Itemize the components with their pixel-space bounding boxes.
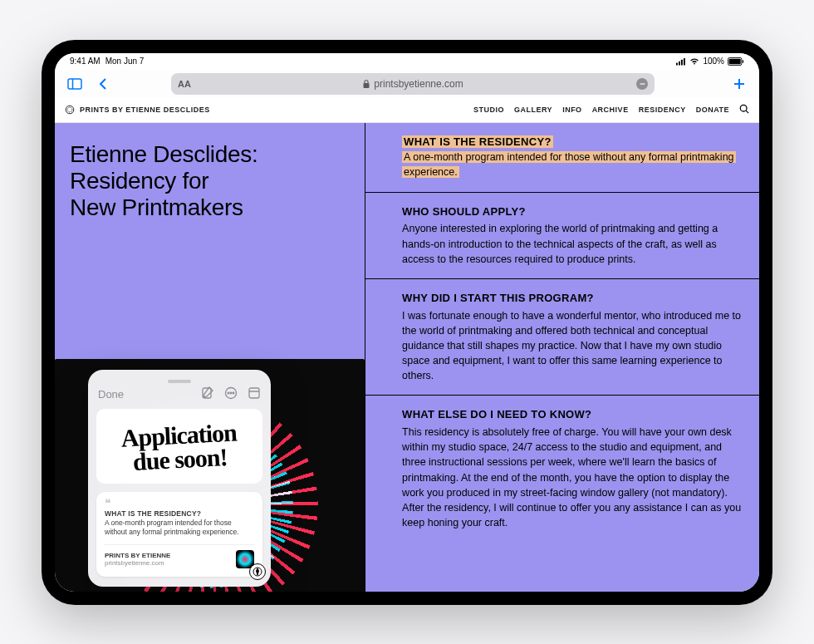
faq-item: WHAT IS THE RESIDENCY? A one-month progr…: [365, 123, 759, 193]
svg-rect-6: [743, 60, 743, 63]
svg-rect-21: [249, 388, 259, 398]
ipad-screen: 9:41 AM Mon Jun 7 100% AA: [55, 53, 759, 592]
faq-question: WHO SHOULD APPLY?: [402, 204, 746, 220]
wifi-icon: [689, 57, 699, 66]
svg-line-15: [746, 111, 748, 113]
brand-name: PRINTS BY ETIENNE DESCLIDES: [80, 106, 210, 114]
battery-percentage: 100%: [703, 57, 724, 66]
faq-answer: This residency is absolutely free of cha…: [402, 425, 746, 530]
status-bar: 9:41 AM Mon Jun 7 100%: [55, 53, 759, 70]
nav-residency[interactable]: RESIDENCY: [639, 106, 686, 114]
site-nav: STUDIO GALLERY INFO ARCHIVE RESIDENCY DO…: [473, 104, 749, 116]
site-header: PRINTS BY ETIENNE DESCLIDES STUDIO GALLE…: [55, 98, 759, 123]
quote-icon: ❝: [105, 500, 254, 506]
svg-rect-0: [676, 62, 678, 65]
faq-answer: A one-month program intended for those w…: [402, 151, 735, 178]
page-content: Etienne Desclides: Residency for New Pri…: [55, 123, 759, 592]
svg-point-13: [67, 107, 72, 112]
clip-source-name: PRINTS BY ETIENNE: [105, 552, 170, 559]
quick-note-link-clip[interactable]: ❝ WHAT IS THE RESIDENCY? A one-month pro…: [96, 492, 262, 577]
faq-answer: Anyone interested in exploring the world…: [402, 221, 746, 266]
status-date: Mon Jun 7: [105, 57, 145, 66]
faq-item: WHO SHOULD APPLY? Anyone interested in e…: [365, 193, 759, 279]
compose-icon[interactable]: [201, 386, 214, 402]
svg-point-12: [66, 106, 74, 114]
quick-note-panel[interactable]: Done Application due soon! ❝ WHAT IS THE…: [88, 370, 271, 587]
site-brand[interactable]: PRINTS BY ETIENNE DESCLIDES: [65, 105, 210, 115]
faq-question: WHAT ELSE DO I NEED TO KNOW?: [402, 407, 746, 423]
svg-rect-1: [679, 61, 680, 65]
url-text: printsbyetienne.com: [374, 78, 463, 90]
new-tab-button[interactable]: [729, 74, 749, 94]
page-settings-button[interactable]: •••: [636, 78, 648, 90]
battery-icon: [728, 57, 744, 66]
faq-question: WHAT IS THE RESIDENCY?: [402, 135, 553, 148]
svg-point-14: [740, 105, 747, 111]
clip-title: WHAT IS THE RESIDENCY?: [105, 509, 254, 518]
cellular-signal-icon: [676, 57, 686, 66]
faq-answer: I was fortunate enough to have a wonderf…: [402, 308, 746, 384]
more-icon[interactable]: [224, 386, 238, 402]
lock-icon: [362, 79, 370, 89]
page-title: Etienne Desclides: Residency for New Pri…: [70, 141, 350, 222]
grid-icon[interactable]: [248, 386, 261, 402]
right-column[interactable]: WHAT IS THE RESIDENCY? A one-month progr…: [365, 123, 759, 592]
svg-rect-5: [729, 58, 741, 64]
search-icon[interactable]: [739, 104, 749, 116]
text-size-button[interactable]: AA: [178, 79, 191, 89]
brand-logo-icon: [65, 105, 75, 115]
clip-source-url: printsbyetienne.com: [105, 559, 170, 567]
faq-item: WHY DID I START THIS PROGRAM? I was fort…: [365, 279, 759, 396]
back-button[interactable]: [93, 74, 113, 94]
sidebar-toggle-button[interactable]: [65, 74, 85, 94]
svg-rect-2: [681, 59, 683, 65]
nav-info[interactable]: INFO: [562, 106, 582, 114]
address-bar[interactable]: AA printsbyetienne.com •••: [171, 73, 655, 95]
nav-donate[interactable]: DONATE: [696, 106, 729, 114]
nav-studio[interactable]: STUDIO: [473, 106, 504, 114]
nav-gallery[interactable]: GALLERY: [514, 106, 552, 114]
svg-rect-9: [364, 83, 370, 88]
clip-body: A one-month program intended for those w…: [105, 519, 254, 538]
quick-note-grabber[interactable]: [88, 370, 271, 386]
done-button[interactable]: Done: [98, 388, 124, 401]
status-time: 9:41 AM: [70, 57, 101, 66]
safari-compass-icon: [249, 563, 266, 580]
nav-archive[interactable]: ARCHIVE: [592, 106, 629, 114]
handwritten-text: Application due soon!: [102, 420, 257, 475]
ipad-device-frame: 9:41 AM Mon Jun 7 100% AA: [42, 40, 772, 605]
faq-item: WHAT ELSE DO I NEED TO KNOW? This reside…: [365, 396, 759, 542]
faq-question: WHY DID I START THIS PROGRAM?: [402, 291, 746, 307]
svg-point-20: [233, 392, 234, 394]
svg-point-19: [230, 392, 232, 394]
svg-point-18: [228, 392, 229, 394]
svg-rect-7: [68, 79, 81, 89]
quick-note-toolbar: Done: [88, 386, 271, 409]
quick-note-canvas[interactable]: Application due soon!: [96, 409, 262, 484]
svg-rect-3: [684, 57, 685, 65]
safari-toolbar: AA printsbyetienne.com •••: [55, 70, 759, 98]
